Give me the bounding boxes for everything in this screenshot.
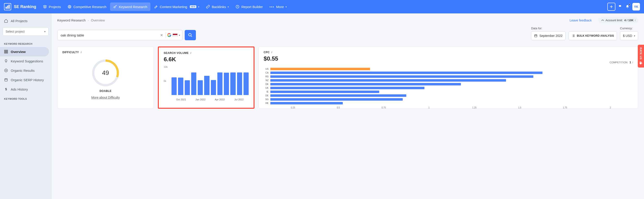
sidebar-suggestions[interactable]: Keyword Suggestions — [0, 56, 51, 66]
chart-bar — [217, 72, 222, 95]
rate-us-tab[interactable]: RATE US — [638, 45, 644, 68]
nav-competitive[interactable]: Competitive Research — [64, 2, 110, 11]
thumbs-up-icon — [639, 61, 643, 65]
search-volume-card: SEARCH VOLUME i 6.6K 5k10k Oct 2021Jan 2… — [158, 46, 254, 109]
currency-label: Currency: — [620, 26, 638, 30]
nav-content[interactable]: Content Marketing NEW ▾ — [151, 2, 202, 11]
chevron-down-icon: ▾ — [286, 6, 287, 8]
clock-icon — [236, 5, 240, 9]
account-limit-label: Account limit: — [606, 18, 623, 22]
search-volume-chart: 5k10k Oct 2021Jan 2022Apr 2022Jul 2022 — [164, 65, 249, 101]
country-code: DK — [264, 83, 268, 86]
nav-more-label: More — [276, 5, 284, 9]
chevron-right-icon: › — [88, 19, 89, 22]
info-icon[interactable]: i — [272, 51, 272, 54]
nav-keyword[interactable]: Keyword Research — [110, 2, 150, 11]
main-content: Keyword Research › Overview Leave feedba… — [52, 14, 644, 199]
add-button[interactable] — [607, 3, 616, 11]
clear-input-button[interactable]: ✕ — [159, 33, 164, 37]
chart-bar — [224, 73, 229, 95]
breadcrumb-row: Keyword Research › Overview Leave feedba… — [57, 18, 638, 23]
competition-label: COMPETITION: — [610, 61, 628, 64]
chart-bar — [270, 75, 533, 78]
nav-backlinks-label: Backlinks — [212, 5, 226, 9]
cpc-country-row: HK — [264, 101, 633, 105]
svg-rect-5 — [4, 50, 6, 51]
currency-selector[interactable]: $ USD ▾ — [620, 31, 638, 40]
circle-dot-icon — [4, 68, 8, 72]
flag-button[interactable] — [618, 4, 622, 9]
nav-keyword-label: Keyword Research — [119, 5, 147, 9]
country-code: CA — [264, 72, 268, 74]
chevron-down-icon: ▾ — [634, 34, 635, 37]
date-value: September 2022 — [539, 34, 562, 38]
svg-rect-6 — [6, 50, 8, 51]
bulb-icon — [4, 59, 8, 63]
notifications-button[interactable] — [625, 4, 630, 9]
nav-backlinks[interactable]: Backlinks ▾ — [203, 2, 232, 11]
select-project-dropdown[interactable]: Select project ▾ — [3, 27, 48, 36]
chart-bar — [178, 78, 183, 95]
sidebar-organic-results-label: Organic Results — [11, 69, 35, 72]
nav-content-label: Content Marketing — [160, 5, 188, 9]
difficulty-label: DOABLE — [100, 90, 112, 92]
chart-bar — [211, 80, 216, 95]
country-code: SG — [264, 98, 268, 100]
projects-icon — [43, 5, 47, 9]
keyword-input[interactable] — [60, 33, 159, 37]
nav-report[interactable]: Report Builder — [232, 2, 266, 11]
difficulty-title: DIFFICULTY — [62, 51, 79, 54]
sidebar-ads-history[interactable]: Ads History — [0, 84, 51, 94]
search-button[interactable] — [185, 30, 196, 40]
currency-value: $ USD — [623, 34, 632, 38]
x-tick-label: Apr 2022 — [210, 98, 230, 101]
nav-more[interactable]: ••• More ▾ — [266, 3, 290, 11]
x-tick-label: 0.75 — [361, 106, 406, 109]
nav-competitive-label: Competitive Research — [73, 5, 106, 9]
brand[interactable]: SE Ranking — [4, 3, 36, 10]
breadcrumb-root[interactable]: Keyword Research — [57, 18, 86, 22]
bulk-label: BULK KEYWORD ANALYSIS — [577, 34, 614, 37]
sidebar-all-projects-label: All Projects — [11, 19, 28, 23]
keyword-search-box: ✕ ▾ — [57, 30, 182, 40]
right-controls: Data for: September 2022 BULK KEYWORD AN… — [531, 26, 638, 40]
chart-bar — [270, 102, 343, 104]
user-avatar[interactable]: YK — [632, 3, 640, 10]
info-icon[interactable]: i — [635, 19, 636, 22]
x-tick-label: Oct 2021 — [172, 98, 191, 101]
cpc-value: $0.55 — [264, 55, 278, 62]
chart-bar — [270, 87, 424, 89]
link-icon — [206, 5, 210, 9]
bulk-analysis-button[interactable]: BULK KEYWORD ANALYSIS — [569, 31, 617, 40]
dots-icon: ••• — [270, 5, 274, 9]
brand-logo-icon — [4, 3, 11, 10]
rate-us-label: RATE US — [640, 48, 642, 60]
chart-bar — [230, 72, 236, 95]
leave-feedback-link[interactable]: Leave feedback — [570, 18, 592, 22]
search-icon — [188, 33, 192, 37]
sidebar-overview[interactable]: Overview — [0, 47, 49, 56]
currency-control: Currency: $ USD ▾ — [620, 26, 638, 40]
search-engine-selector[interactable]: ▾ — [167, 33, 180, 37]
topnav-right: YK — [607, 3, 640, 11]
cpc-country-chart: USCARSNZDKUKIEDESGHK — [264, 67, 633, 105]
x-tick-label: 1.25 — [452, 106, 497, 109]
sidebar-organic-results[interactable]: Organic Results — [0, 66, 51, 75]
flag-icon — [618, 4, 622, 9]
info-icon[interactable]: i — [632, 61, 633, 64]
sidebar: All Projects Select project ▾ KEYWORD RE… — [0, 14, 52, 199]
info-icon[interactable]: i — [81, 51, 82, 54]
more-difficulty-link[interactable]: More about Difficulty — [91, 96, 120, 99]
x-tick-label: 0.25 — [270, 106, 316, 109]
nav-projects[interactable]: Projects — [40, 2, 64, 11]
info-icon[interactable]: i — [190, 52, 192, 54]
history-icon — [4, 78, 8, 82]
sidebar-all-projects[interactable]: All Projects — [0, 16, 51, 26]
sidebar-serp-history[interactable]: Organic SERP History — [0, 75, 51, 84]
chart-bar — [191, 72, 196, 95]
x-tick-label: 1 — [406, 106, 452, 109]
chart-bar — [270, 94, 406, 97]
controls-row: ✕ ▾ Data for: Septemb — [57, 26, 638, 40]
date-selector[interactable]: September 2022 — [531, 31, 566, 40]
cpc-country-row: US — [264, 67, 633, 71]
